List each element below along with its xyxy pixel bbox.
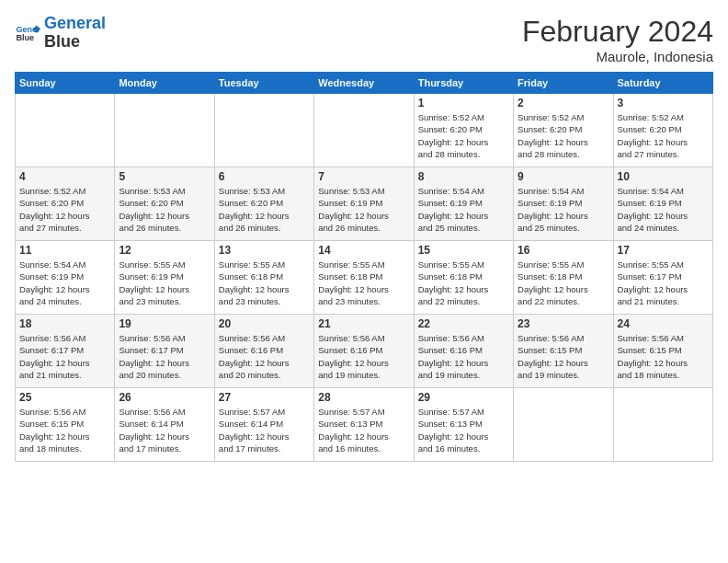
day-number: 2	[518, 97, 609, 109]
calendar-cell: 1Sunrise: 5:52 AM Sunset: 6:20 PM Daylig…	[414, 94, 513, 167]
calendar-cell: 27Sunrise: 5:57 AM Sunset: 6:14 PM Dayli…	[214, 388, 313, 462]
calendar-cell: 24Sunrise: 5:56 AM Sunset: 6:15 PM Dayli…	[613, 315, 712, 388]
day-number: 9	[518, 170, 609, 183]
day-number: 13	[219, 244, 310, 257]
day-header-wednesday: Wednesday	[314, 73, 414, 94]
day-info: Sunrise: 5:55 AM Sunset: 6:18 PM Dayligh…	[518, 259, 609, 307]
calendar-cell: 14Sunrise: 5:55 AM Sunset: 6:18 PM Dayli…	[314, 241, 414, 315]
calendar-cell: 5Sunrise: 5:53 AM Sunset: 6:20 PM Daylig…	[115, 167, 214, 241]
day-number: 23	[518, 317, 609, 330]
logo-icon: General Blue	[15, 20, 40, 46]
day-info: Sunrise: 5:54 AM Sunset: 6:19 PM Dayligh…	[518, 185, 609, 234]
day-number: 20	[219, 317, 310, 330]
day-header-monday: Monday	[115, 73, 214, 94]
day-number: 22	[418, 317, 509, 330]
svg-text:Blue: Blue	[16, 33, 34, 42]
day-info: Sunrise: 5:54 AM Sunset: 6:19 PM Dayligh…	[418, 185, 509, 234]
day-info: Sunrise: 5:53 AM Sunset: 6:20 PM Dayligh…	[119, 185, 210, 234]
calendar-cell: 15Sunrise: 5:55 AM Sunset: 6:18 PM Dayli…	[414, 241, 513, 315]
calendar-cell: 10Sunrise: 5:54 AM Sunset: 6:19 PM Dayli…	[613, 167, 712, 241]
day-number: 1	[418, 97, 509, 109]
day-number: 25	[19, 391, 110, 404]
day-number: 17	[618, 244, 709, 257]
calendar-cell	[214, 94, 313, 167]
day-info: Sunrise: 5:52 AM Sunset: 6:20 PM Dayligh…	[19, 185, 110, 234]
calendar-cell	[613, 388, 712, 462]
calendar-cell: 22Sunrise: 5:56 AM Sunset: 6:16 PM Dayli…	[414, 315, 513, 388]
calendar-cell: 20Sunrise: 5:56 AM Sunset: 6:16 PM Dayli…	[214, 315, 313, 388]
calendar-cell: 17Sunrise: 5:55 AM Sunset: 6:17 PM Dayli…	[613, 241, 712, 315]
page-header: General Blue General Blue February 2024 …	[15, 15, 713, 64]
day-info: Sunrise: 5:56 AM Sunset: 6:16 PM Dayligh…	[418, 332, 509, 381]
day-number: 28	[318, 391, 409, 404]
day-info: Sunrise: 5:53 AM Sunset: 6:19 PM Dayligh…	[318, 185, 409, 234]
day-number: 8	[418, 170, 509, 183]
calendar-cell: 16Sunrise: 5:55 AM Sunset: 6:18 PM Dayli…	[514, 241, 613, 315]
day-info: Sunrise: 5:56 AM Sunset: 6:17 PM Dayligh…	[119, 332, 210, 381]
day-header-sunday: Sunday	[16, 73, 115, 94]
calendar-body: 1Sunrise: 5:52 AM Sunset: 6:20 PM Daylig…	[16, 94, 713, 462]
calendar-cell: 13Sunrise: 5:55 AM Sunset: 6:18 PM Dayli…	[214, 241, 313, 315]
calendar-cell	[314, 94, 414, 167]
day-number: 4	[19, 170, 110, 183]
calendar-cell: 18Sunrise: 5:56 AM Sunset: 6:17 PM Dayli…	[16, 315, 115, 388]
calendar-cell: 2Sunrise: 5:52 AM Sunset: 6:20 PM Daylig…	[514, 94, 613, 167]
day-number: 18	[19, 317, 110, 330]
day-number: 15	[418, 244, 509, 257]
calendar-cell: 3Sunrise: 5:52 AM Sunset: 6:20 PM Daylig…	[613, 94, 712, 167]
day-number: 27	[219, 391, 310, 404]
calendar-cell: 7Sunrise: 5:53 AM Sunset: 6:19 PM Daylig…	[314, 167, 414, 241]
day-header-tuesday: Tuesday	[214, 73, 313, 94]
day-info: Sunrise: 5:57 AM Sunset: 6:14 PM Dayligh…	[219, 406, 310, 454]
day-number: 12	[119, 244, 210, 257]
calendar-cell	[16, 94, 115, 167]
calendar-week-row: 1Sunrise: 5:52 AM Sunset: 6:20 PM Daylig…	[16, 94, 713, 167]
day-info: Sunrise: 5:53 AM Sunset: 6:20 PM Dayligh…	[219, 185, 310, 234]
day-info: Sunrise: 5:55 AM Sunset: 6:17 PM Dayligh…	[618, 259, 709, 307]
day-number: 26	[119, 391, 210, 404]
day-number: 14	[318, 244, 409, 257]
logo-line2: Blue	[44, 33, 106, 52]
day-info: Sunrise: 5:56 AM Sunset: 6:16 PM Dayligh…	[318, 332, 409, 381]
day-info: Sunrise: 5:56 AM Sunset: 6:17 PM Dayligh…	[19, 332, 110, 381]
day-info: Sunrise: 5:52 AM Sunset: 6:20 PM Dayligh…	[518, 111, 609, 160]
calendar-cell: 23Sunrise: 5:56 AM Sunset: 6:15 PM Dayli…	[514, 315, 613, 388]
calendar-table: SundayMondayTuesdayWednesdayThursdayFrid…	[15, 72, 713, 462]
calendar-week-row: 11Sunrise: 5:54 AM Sunset: 6:19 PM Dayli…	[16, 241, 713, 315]
day-number: 3	[618, 97, 709, 109]
day-number: 10	[618, 170, 709, 183]
day-info: Sunrise: 5:52 AM Sunset: 6:20 PM Dayligh…	[618, 111, 709, 160]
day-number: 5	[119, 170, 210, 183]
calendar-cell: 19Sunrise: 5:56 AM Sunset: 6:17 PM Dayli…	[115, 315, 214, 388]
logo: General Blue General Blue	[15, 15, 106, 52]
day-number: 29	[418, 391, 509, 404]
day-info: Sunrise: 5:57 AM Sunset: 6:13 PM Dayligh…	[418, 406, 509, 454]
day-info: Sunrise: 5:56 AM Sunset: 6:15 PM Dayligh…	[19, 406, 110, 454]
calendar-cell: 9Sunrise: 5:54 AM Sunset: 6:19 PM Daylig…	[514, 167, 613, 241]
calendar-week-row: 4Sunrise: 5:52 AM Sunset: 6:20 PM Daylig…	[16, 167, 713, 241]
day-number: 16	[518, 244, 609, 257]
calendar-cell: 11Sunrise: 5:54 AM Sunset: 6:19 PM Dayli…	[16, 241, 115, 315]
calendar-cell: 4Sunrise: 5:52 AM Sunset: 6:20 PM Daylig…	[16, 167, 115, 241]
day-info: Sunrise: 5:57 AM Sunset: 6:13 PM Dayligh…	[318, 406, 409, 454]
day-info: Sunrise: 5:54 AM Sunset: 6:19 PM Dayligh…	[19, 259, 110, 307]
day-info: Sunrise: 5:56 AM Sunset: 6:14 PM Dayligh…	[119, 406, 210, 454]
calendar-header-row: SundayMondayTuesdayWednesdayThursdayFrid…	[16, 73, 713, 94]
calendar-cell: 21Sunrise: 5:56 AM Sunset: 6:16 PM Dayli…	[314, 315, 414, 388]
day-info: Sunrise: 5:56 AM Sunset: 6:15 PM Dayligh…	[618, 332, 709, 381]
day-number: 21	[318, 317, 409, 330]
calendar-cell: 8Sunrise: 5:54 AM Sunset: 6:19 PM Daylig…	[414, 167, 513, 241]
calendar-cell: 25Sunrise: 5:56 AM Sunset: 6:15 PM Dayli…	[16, 388, 115, 462]
day-number: 6	[219, 170, 310, 183]
calendar-subtitle: Maurole, Indonesia	[522, 49, 713, 64]
day-header-thursday: Thursday	[414, 73, 513, 94]
day-info: Sunrise: 5:52 AM Sunset: 6:20 PM Dayligh…	[418, 111, 509, 160]
day-info: Sunrise: 5:55 AM Sunset: 6:18 PM Dayligh…	[219, 259, 310, 307]
calendar-week-row: 25Sunrise: 5:56 AM Sunset: 6:15 PM Dayli…	[16, 388, 713, 462]
day-header-saturday: Saturday	[613, 73, 712, 94]
title-block: February 2024 Maurole, Indonesia	[522, 15, 713, 64]
day-number: 24	[618, 317, 709, 330]
calendar-cell: 6Sunrise: 5:53 AM Sunset: 6:20 PM Daylig…	[214, 167, 313, 241]
day-info: Sunrise: 5:54 AM Sunset: 6:19 PM Dayligh…	[618, 185, 709, 234]
calendar-cell	[514, 388, 613, 462]
